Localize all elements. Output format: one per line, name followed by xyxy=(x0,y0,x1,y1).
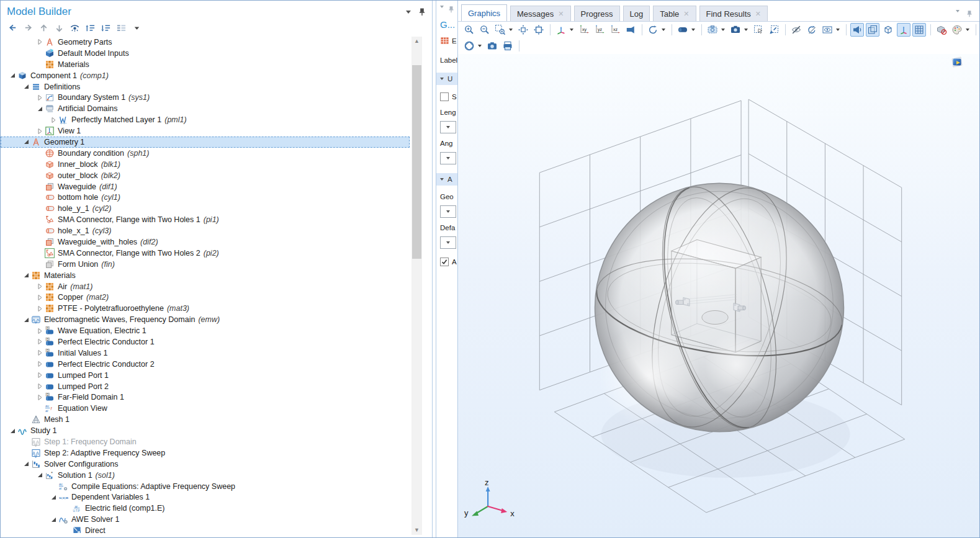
view-yz-button[interactable]: yz xyxy=(592,23,607,37)
dropdown-caret-icon[interactable] xyxy=(662,29,665,31)
toggle-wireframe-button[interactable] xyxy=(881,23,896,37)
tree-node-view-1[interactable]: View 1 xyxy=(1,125,410,137)
image-snapshot-button[interactable] xyxy=(705,23,727,37)
tree-node-copper[interactable]: Copper(mat2) xyxy=(1,292,410,303)
zoom-out-icon[interactable] xyxy=(478,23,492,37)
build-all-button[interactable]: E xyxy=(436,30,457,45)
zoom-box-icon[interactable] xyxy=(493,23,507,37)
angular-unit-dropdown[interactable] xyxy=(440,152,456,164)
collapse-arrow-icon[interactable] xyxy=(48,514,58,524)
select-box-button[interactable] xyxy=(751,23,766,37)
tree-node-awe-solver-1[interactable]: AWE Solver 1 xyxy=(1,514,410,525)
color-theme-button[interactable] xyxy=(950,23,972,37)
dropdown-caret-icon[interactable] xyxy=(721,29,725,31)
video-export-icon[interactable] xyxy=(729,23,742,37)
menu-caret-icon[interactable] xyxy=(131,22,142,34)
tree-node-perfect-electric-conductor-2[interactable]: Perfect Electric Conductor 2 xyxy=(1,359,410,370)
tree-node-bottom-hole[interactable]: bottom hole(cyl1) xyxy=(1,192,410,203)
tree-node-artificial-domains[interactable]: Artificial Domains xyxy=(1,103,410,114)
color-theme-icon[interactable] xyxy=(950,23,964,37)
toggle-axis-icon[interactable] xyxy=(897,23,910,37)
clear-selection-icon[interactable] xyxy=(767,23,781,37)
expand-arrow-icon[interactable] xyxy=(35,359,45,369)
dropdown-caret-icon[interactable] xyxy=(478,45,482,47)
length-unit-dropdown[interactable] xyxy=(440,121,456,133)
scroll-down-icon[interactable]: ▼ xyxy=(411,526,422,535)
default-view-icon[interactable] xyxy=(554,23,568,37)
default-view-button[interactable] xyxy=(554,23,576,37)
view-xy-button[interactable]: xy xyxy=(577,23,591,37)
tree-node-materials[interactable]: Materials xyxy=(1,270,410,281)
tree-node-materials[interactable]: Materials xyxy=(1,59,410,70)
tree-node-ptfe-polytetrafluoroethylene[interactable]: PTFE - Polytetrafluoroethylene(mat3) xyxy=(1,303,410,314)
hide-objects-icon[interactable] xyxy=(935,23,948,37)
zoom-extents-button[interactable] xyxy=(516,23,531,37)
zoom-in-button[interactable] xyxy=(462,23,477,37)
tree-node-solution-1[interactable]: *Solution 1(sol1) xyxy=(1,470,410,481)
tree-node-step-1-frequency-domain[interactable]: Step 1: Frequency Domain xyxy=(1,436,410,447)
tree-node-waveguide[interactable]: Waveguide(dif1) xyxy=(1,181,410,192)
view-xz-icon[interactable]: xz xyxy=(608,23,622,37)
toggle-transparency-icon[interactable] xyxy=(866,23,879,37)
print-button[interactable] xyxy=(500,39,515,53)
reset-hiding-button[interactable] xyxy=(804,23,819,37)
view-xz-button[interactable]: xz xyxy=(608,23,623,37)
scene-light-menu-button[interactable] xyxy=(675,23,698,37)
scrollbar-thumb[interactable] xyxy=(412,65,421,259)
tree-node-wave-equation-electric-1[interactable]: DWave Equation, Electric 1 xyxy=(1,325,410,336)
hide-selected-button[interactable] xyxy=(789,23,804,37)
screenshot-icon[interactable] xyxy=(485,39,499,53)
tree-node-form-union[interactable]: Form Union(fin) xyxy=(1,259,410,270)
tab-messages[interactable]: Messages✕ xyxy=(510,6,570,21)
dropdown-caret-icon[interactable] xyxy=(570,29,573,31)
nav-forward-icon[interactable] xyxy=(22,22,34,34)
expand-arrow-icon[interactable] xyxy=(35,370,45,380)
collapse-arrow-icon[interactable] xyxy=(35,470,45,480)
hide-selected-icon[interactable] xyxy=(789,23,803,37)
collapse-arrow-icon[interactable] xyxy=(21,315,31,325)
camera-projection-button[interactable] xyxy=(623,23,638,37)
default-tolerance-dropdown[interactable] xyxy=(440,236,456,249)
view-yz-icon[interactable]: yz xyxy=(593,23,606,37)
image-snapshot-icon[interactable] xyxy=(706,23,719,37)
tree-node-lumped-port-2[interactable]: Lumped Port 2 xyxy=(1,381,410,392)
tab-log[interactable]: Log xyxy=(623,6,650,21)
tree-node-hole-y-1[interactable]: hole_y_1(cyl2) xyxy=(1,203,410,214)
tree-node-definitions[interactable]: Definitions xyxy=(1,81,410,92)
tree-node-dependent-variables-1[interactable]: u,v,wDependent Variables 1 xyxy=(1,492,410,503)
expand-arrow-icon[interactable] xyxy=(35,348,45,358)
view-hidden-button[interactable] xyxy=(820,23,842,37)
tree-node-far-field-domain-1[interactable]: DFar-Field Domain 1 xyxy=(1,392,410,403)
graphics-canvas[interactable]: z y x xyxy=(458,54,979,537)
view-xy-icon[interactable]: xy xyxy=(577,23,591,37)
expand-all-icon[interactable] xyxy=(100,22,111,34)
collapse-all-icon[interactable] xyxy=(84,22,96,34)
nav-up-icon[interactable] xyxy=(38,22,49,34)
tree-node-step-2-adaptive-frequency-sweep[interactable]: Step 2: Adaptive Frequency Sweep xyxy=(1,447,410,459)
clear-selection-button[interactable] xyxy=(766,23,781,37)
toggle-wireframe-icon[interactable] xyxy=(881,23,895,37)
hide-objects-button[interactable] xyxy=(934,23,949,37)
dropdown-caret-icon[interactable] xyxy=(836,29,840,31)
dropdown-caret-icon[interactable] xyxy=(691,29,695,31)
collapse-arrow-icon[interactable] xyxy=(21,82,31,92)
tree-node-geometry-parts[interactable]: Geometry Parts xyxy=(1,37,410,48)
rotate-button[interactable] xyxy=(645,23,668,37)
show-icon[interactable] xyxy=(69,22,80,34)
tab-progress[interactable]: Progress xyxy=(574,6,620,21)
tree-node-electric-field-comp1-e[interactable]: wU.T.PElectric field (comp1.E) xyxy=(1,503,410,514)
zoom-box-button[interactable] xyxy=(493,23,515,37)
tree-node-initial-values-1[interactable]: DInitial Values 1 xyxy=(1,347,410,359)
collapse-arrow-icon[interactable] xyxy=(35,104,45,114)
collapse-arrow-icon[interactable] xyxy=(21,459,31,469)
node-text-icon[interactable] xyxy=(115,22,127,34)
tree-node-solver-configurations[interactable]: Solver Configurations xyxy=(1,459,410,470)
collapse-arrow-icon[interactable] xyxy=(7,71,17,81)
rotate-icon[interactable] xyxy=(646,23,660,37)
geometry-representation-dropdown[interactable] xyxy=(440,205,456,218)
tree-node-lumped-port-1[interactable]: Lumped Port 1 xyxy=(1,370,410,381)
tree-node-direct[interactable]: Direct xyxy=(1,525,410,533)
pin-icon[interactable] xyxy=(417,7,427,17)
tree-node-electromagnetic-waves-frequency-domain[interactable]: Electromagnetic Waves, Frequency Domain(… xyxy=(1,314,410,325)
tab-close-icon[interactable]: ✕ xyxy=(683,10,689,18)
